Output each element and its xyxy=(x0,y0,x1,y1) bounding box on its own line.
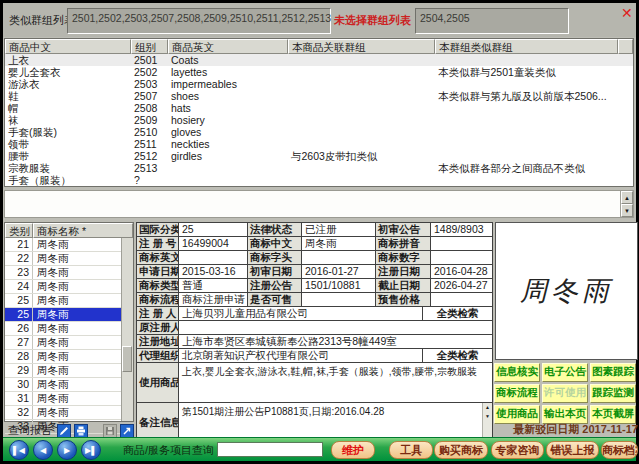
field-label: 代理组织 xyxy=(137,349,179,363)
close-icon[interactable]: ✕ xyxy=(621,5,633,21)
license-use-button: 许可使用 xyxy=(542,384,588,403)
print-icon[interactable] xyxy=(74,424,88,438)
all-class-search-button[interactable]: 全类检索 xyxy=(423,349,493,363)
all-class-search-button[interactable]: 全类检索 xyxy=(423,307,493,321)
unselected-groups-box[interactable]: 2504,2505 xyxy=(415,8,569,34)
trademark-image-panel: 周冬雨 xyxy=(495,222,638,360)
cell-goods-en xyxy=(168,174,288,186)
e-gazette-button[interactable]: 电子公告 xyxy=(542,363,588,382)
cell-related xyxy=(288,162,435,174)
list-item[interactable]: 29周冬雨 xyxy=(5,364,133,378)
table-row[interactable]: 宗教服装 2513 本类似群各部分之间商品不类似 xyxy=(5,162,633,174)
list-item[interactable]: 32周冬雨 xyxy=(5,406,133,420)
rejection-date-value: 2017-11-17 xyxy=(582,423,638,435)
cell-similar: 本类似群与第九版及以前版本2506... xyxy=(435,90,618,102)
cell-related xyxy=(288,90,435,102)
remarks-textarea[interactable]: 第1501期注册公告P10881页,日期:2016.04.28 ▲▼ xyxy=(179,403,493,438)
verify-info-button[interactable]: 信息核实 xyxy=(494,363,540,382)
goods-service-query-input[interactable] xyxy=(217,442,323,457)
reg-gazette-value: 1501/10881 xyxy=(302,279,376,293)
report-error-button[interactable]: 错误上报 xyxy=(546,441,599,459)
track-monitor-button[interactable]: 跟踪监测 xyxy=(590,384,636,403)
expert-consult-button[interactable]: 专家咨询 xyxy=(491,441,544,459)
list-item[interactable]: 23周冬雨 xyxy=(5,266,133,280)
cell-similar xyxy=(435,114,618,126)
tm-process-button[interactable]: 商标流程 xyxy=(494,384,540,403)
col-header-related-groups[interactable]: 本商品关联群组 xyxy=(288,39,435,54)
cell-group: 2503 xyxy=(131,78,168,90)
list-scrollbar[interactable] xyxy=(121,238,133,421)
table-row[interactable]: 袜 2509 hosiery xyxy=(5,114,633,126)
scroll-down-icon[interactable]: ▼ xyxy=(621,204,633,217)
cell-group: 2513 xyxy=(131,162,168,174)
action-button-grid: 信息核实 电子公告 图素跟踪 商标流程 许可使用 跟踪监测 使用商品 输出本页 … xyxy=(494,363,639,424)
table-row[interactable]: 婴儿全套衣 2502 layettes 本类似群与2501童装类似 xyxy=(5,66,633,78)
first-gazette-value: 1489/8903 xyxy=(431,223,493,237)
list-item[interactable]: 31周冬雨 xyxy=(5,392,133,406)
list-item[interactable]: 30周冬雨 xyxy=(5,378,133,392)
table-row[interactable]: 手套(服装) 2510 gloves xyxy=(5,126,633,138)
list-item[interactable]: 25周冬雨 xyxy=(5,294,133,308)
previous-record-icon[interactable]: ◀ xyxy=(33,440,53,460)
table-row[interactable]: 领带 2511 neckties xyxy=(5,138,633,150)
table-row[interactable]: 手套（服装） ? xyxy=(5,174,633,186)
field-label: 商标中文 xyxy=(248,237,302,251)
export-icon[interactable] xyxy=(120,424,134,438)
cell-related: 与2603皮带扣类似 xyxy=(288,150,435,162)
agency-value: 北京朗著知识产权代理有限公司 xyxy=(179,349,423,363)
tm-process-value: 商标注册申请 xyxy=(179,293,248,307)
table-row[interactable]: 腰带 2512 girdles 与2603皮带扣类似 xyxy=(5,150,633,162)
tm-chinese-value: 周冬雨 xyxy=(302,237,376,251)
tm-english-value xyxy=(179,251,248,265)
scrollbar-thumb[interactable] xyxy=(122,346,132,372)
col-header-similar-groups[interactable]: 本群组类似群组 xyxy=(435,39,618,54)
cell-goods-en: hosiery xyxy=(168,114,288,126)
first-record-icon[interactable]: ▌◀ xyxy=(9,440,29,460)
field-label: 商标字头 xyxy=(248,251,302,265)
list-item[interactable]: 21周冬雨 xyxy=(5,238,133,252)
list-item[interactable]: 26周冬雨 xyxy=(5,322,133,336)
col-header-group[interactable]: 组别 xyxy=(131,39,168,54)
col-header-class[interactable]: 类别 xyxy=(5,223,33,238)
last-record-icon[interactable]: ▶▌ xyxy=(81,440,101,460)
col-header-goods-cn[interactable]: 商品中文 xyxy=(5,39,131,54)
list-item-selected[interactable]: 25周冬雨 xyxy=(5,308,133,322)
table-row[interactable]: 游泳衣 2503 impermeables xyxy=(5,78,633,90)
image-tracking-button[interactable]: 图素跟踪 xyxy=(590,363,636,382)
cell-related xyxy=(288,78,435,90)
selected-groups-box[interactable]: 2501,2502,2503,2507,2508,2509,2510,2511,… xyxy=(67,8,331,34)
group-list-bar: 类似群组列表 2501,2502,2503,2507,2508,2509,251… xyxy=(3,3,636,37)
buy-trademark-button[interactable]: 购买商标 xyxy=(434,441,488,459)
cell-goods-en: layettes xyxy=(168,66,288,78)
tools-button[interactable]: 工具 xyxy=(389,441,433,459)
cell-goods-cn: 鞋 xyxy=(5,90,131,102)
intl-class-value: 25 xyxy=(179,223,248,237)
cell-related xyxy=(288,174,435,186)
list-item[interactable]: 27周冬雨 xyxy=(5,336,133,350)
cell-group: 2509 xyxy=(131,114,168,126)
cell-goods-cn: 游泳衣 xyxy=(5,78,131,90)
maintain-button[interactable]: 维护 xyxy=(331,441,375,459)
table-row[interactable]: 帽 2508 hats xyxy=(5,102,633,114)
trademark-archive-button[interactable]: 商标档案 xyxy=(601,441,638,459)
table-row[interactable]: 上衣 2501 Coats xyxy=(5,54,633,66)
table-row[interactable]: 鞋 2507 shoes 本类似群与第九版及以前版本2506... xyxy=(5,90,633,102)
next-record-icon[interactable]: ▶ xyxy=(57,440,77,460)
field-label: 商标流程 xyxy=(137,293,179,307)
goods-in-use-textarea[interactable]: 上衣,婴儿全套衣,游泳衣,鞋,帽,袜,手套（服装）,领带,腰带,宗教服装 xyxy=(179,363,493,403)
col-header-goods-en[interactable]: 商品英文 xyxy=(168,39,288,54)
field-label: 商标类型 xyxy=(137,279,179,293)
field-label: 商标拼音 xyxy=(376,237,431,251)
cell-goods-en: gloves xyxy=(168,126,288,138)
cell-goods-en: Coats xyxy=(168,54,288,66)
list-item[interactable]: 28周冬雨 xyxy=(5,350,133,364)
list-item[interactable]: 22周冬雨 xyxy=(5,252,133,266)
trademark-list-header: 类别 商标名称 * xyxy=(5,223,133,238)
panel-scrollbar[interactable]: ▲ ▼ xyxy=(620,191,633,217)
field-label: 法律状态 xyxy=(248,223,302,237)
col-header-trademark-name[interactable]: 商标名称 * xyxy=(33,223,133,238)
field-label: 初审日期 xyxy=(248,265,302,279)
edit-icon[interactable] xyxy=(57,424,71,438)
list-item[interactable]: 24周冬雨 xyxy=(5,280,133,294)
scroll-up-icon[interactable]: ▲ xyxy=(621,191,633,204)
